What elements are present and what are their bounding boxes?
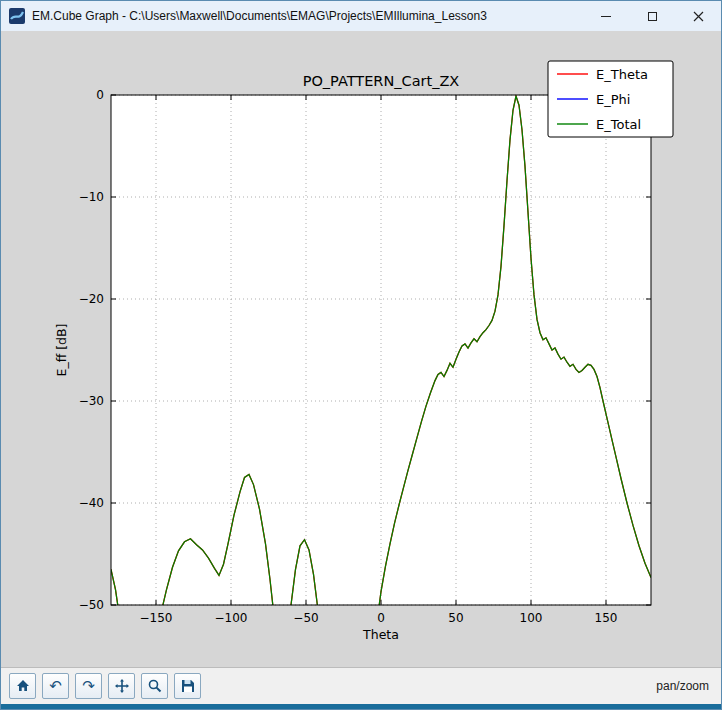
x-tick-label: −100 bbox=[215, 611, 248, 625]
window-title: EM.Cube Graph - C:\Users\Maxwell\Documen… bbox=[32, 9, 487, 23]
legend-label: E_Phi bbox=[596, 92, 630, 107]
maximize-icon bbox=[648, 12, 657, 21]
home-icon bbox=[15, 678, 31, 694]
forward-icon: ↷ bbox=[82, 679, 95, 694]
status-message: pan/zoom bbox=[656, 679, 713, 693]
zoom-icon bbox=[147, 678, 163, 694]
titlebar: EM.Cube Graph - C:\Users\Maxwell\Documen… bbox=[1, 1, 721, 31]
figure-canvas[interactable]: −150−100−500501001500−10−20−30−40−50PO_P… bbox=[1, 31, 721, 667]
x-tick-label: 100 bbox=[520, 611, 543, 625]
y-tick-label: −10 bbox=[79, 190, 104, 204]
pan-icon bbox=[114, 678, 130, 694]
minimize-icon bbox=[601, 16, 611, 17]
x-tick-label: −150 bbox=[140, 611, 173, 625]
x-tick-label: −50 bbox=[293, 611, 318, 625]
chart-title: PO_PATTERN_Cart_ZX bbox=[303, 73, 460, 89]
y-tick-label: 0 bbox=[96, 88, 104, 102]
save-icon bbox=[180, 678, 196, 694]
toolbar-pan-button[interactable] bbox=[108, 673, 135, 699]
y-tick-label: −50 bbox=[79, 598, 104, 612]
app-icon bbox=[9, 8, 25, 24]
window-bottom-edge bbox=[1, 704, 721, 709]
window-controls bbox=[583, 1, 721, 31]
close-icon bbox=[693, 11, 704, 22]
toolbar: ↶ ↷ pan/zoom bbox=[1, 667, 721, 704]
back-icon: ↶ bbox=[49, 679, 62, 694]
y-axis-label: E_ff [dB] bbox=[54, 324, 69, 377]
legend-label: E_Theta bbox=[596, 67, 648, 82]
toolbar-home-button[interactable] bbox=[9, 673, 36, 699]
x-tick-label: 0 bbox=[377, 611, 385, 625]
x-tick-label: 150 bbox=[595, 611, 618, 625]
toolbar-zoom-button[interactable] bbox=[141, 673, 168, 699]
legend: E_ThetaE_PhiE_Total bbox=[548, 61, 673, 137]
y-tick-label: −20 bbox=[79, 292, 104, 306]
close-button[interactable] bbox=[675, 1, 721, 31]
app-window: EM.Cube Graph - C:\Users\Maxwell\Documen… bbox=[0, 0, 722, 710]
y-tick-label: −30 bbox=[79, 394, 104, 408]
y-tick-label: −40 bbox=[79, 496, 104, 510]
x-axis-label: Theta bbox=[362, 627, 399, 642]
legend-label: E_Total bbox=[596, 117, 641, 132]
toolbar-forward-button[interactable]: ↷ bbox=[75, 673, 102, 699]
toolbar-back-button[interactable]: ↶ bbox=[42, 673, 69, 699]
maximize-button[interactable] bbox=[629, 1, 675, 31]
minimize-button[interactable] bbox=[583, 1, 629, 31]
x-tick-label: 50 bbox=[448, 611, 463, 625]
figure-area: −150−100−500501001500−10−20−30−40−50PO_P… bbox=[1, 31, 721, 667]
toolbar-save-button[interactable] bbox=[174, 673, 201, 699]
